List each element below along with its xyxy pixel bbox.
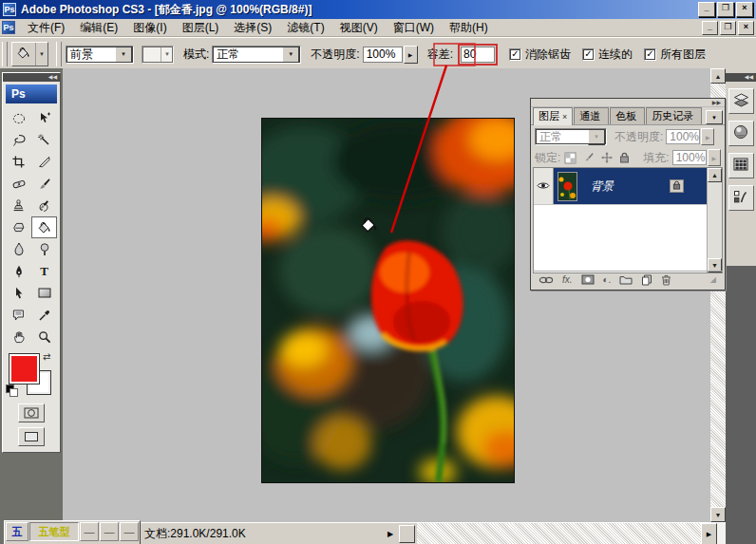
tab-history[interactable]: 历史记录 xyxy=(646,107,702,124)
contiguous[interactable]: ✓ xyxy=(582,48,595,61)
menu-select[interactable]: 选择(S) xyxy=(226,19,279,37)
dock-collapse-icon[interactable]: ◀◀ xyxy=(726,73,756,82)
link-icon[interactable] xyxy=(539,275,554,285)
tool-zoom[interactable] xyxy=(31,326,57,347)
scroll-up-icon[interactable]: ▲ xyxy=(710,68,726,84)
close-tab-icon[interactable]: × xyxy=(562,112,567,122)
scroll-right-icon[interactable]: ▶ xyxy=(701,523,717,544)
layer-opacity-value[interactable]: 100% xyxy=(666,129,700,144)
opacity-value[interactable]: 100% xyxy=(363,47,403,63)
menu-help[interactable]: 帮助(H) xyxy=(442,19,496,37)
all-layers[interactable]: ✓ xyxy=(644,48,656,61)
lock-transparency-icon[interactable] xyxy=(563,151,577,164)
mask-icon[interactable] xyxy=(581,274,595,285)
fill-source-dropdown[interactable]: 前景 ▼ xyxy=(66,46,134,64)
opacity-flyout-icon[interactable]: ▶ xyxy=(404,46,418,64)
tool-healing-brush[interactable] xyxy=(6,173,31,195)
menu-edit[interactable]: 编辑(E) xyxy=(72,19,125,37)
tool-clone-stamp[interactable] xyxy=(6,195,31,216)
tool-path-select[interactable] xyxy=(6,282,31,304)
scroll-up-icon[interactable]: ▲ xyxy=(708,168,722,182)
fill-value[interactable]: 100% xyxy=(672,150,707,165)
anti-alias[interactable]: ✓ xyxy=(509,48,521,61)
tool-eraser[interactable] xyxy=(6,216,31,238)
tab-swatches[interactable]: 色板 xyxy=(610,107,645,124)
layers-dock-button[interactable] xyxy=(728,88,754,114)
menu-image[interactable]: 图像(I) xyxy=(125,19,174,37)
tool-dodge[interactable] xyxy=(31,238,57,260)
tool-type[interactable]: T xyxy=(31,260,57,282)
tool-move[interactable] xyxy=(31,107,57,129)
layer-list-scroll-track[interactable]: ▼ xyxy=(707,204,722,272)
tool-magic-wand[interactable] xyxy=(31,129,57,151)
visibility-toggle[interactable] xyxy=(534,168,554,204)
trash-icon[interactable] xyxy=(661,274,671,286)
blend-mode-dropdown[interactable]: 正常 ▼ xyxy=(535,128,607,145)
screen-mode-button[interactable] xyxy=(18,427,45,446)
ime-option-button[interactable]: — xyxy=(100,522,119,541)
ps-logo[interactable]: Ps xyxy=(6,84,57,103)
chevron-down-icon[interactable]: ▼ xyxy=(588,129,605,145)
menu-filter[interactable]: 滤镜(T) xyxy=(279,19,331,37)
swap-colors-icon[interactable]: ⇄ xyxy=(43,351,50,362)
layer-row-background[interactable]: 背景 ▲ xyxy=(534,168,722,205)
doc-close-button[interactable]: × xyxy=(738,21,754,35)
document-image[interactable] xyxy=(261,118,515,483)
doc-minimize-button[interactable]: _ xyxy=(702,21,718,35)
tool-blur[interactable] xyxy=(6,238,31,260)
group-icon[interactable] xyxy=(619,274,633,285)
ime-option-button[interactable]: — xyxy=(120,522,139,541)
ime-logo-icon[interactable]: 五 xyxy=(6,522,28,541)
tool-pen[interactable] xyxy=(6,260,31,282)
tool-brush[interactable] xyxy=(31,173,57,195)
panel-menu-icon[interactable]: ▼ xyxy=(706,110,723,124)
color-dock-button[interactable] xyxy=(728,121,754,146)
lock-all-icon[interactable] xyxy=(617,151,632,164)
tool-paint-bucket[interactable] xyxy=(31,216,57,238)
tab-channels[interactable]: 通道 xyxy=(574,107,609,124)
chevron-down-icon[interactable]: ▼ xyxy=(282,47,299,63)
chevron-down-icon[interactable]: ▼ xyxy=(35,43,47,66)
horizontal-scroll-track[interactable] xyxy=(417,523,701,544)
menu-window[interactable]: 窗口(W) xyxy=(386,19,442,37)
ime-option-button[interactable]: — xyxy=(80,522,99,541)
mode-dropdown[interactable]: 正常 ▼ xyxy=(212,46,301,64)
tool-preset-picker[interactable]: ▼ xyxy=(11,42,48,66)
quick-mask-button[interactable] xyxy=(18,403,45,422)
layer-list-scrollbar[interactable]: ▲ xyxy=(707,168,722,204)
tool-notes[interactable] xyxy=(6,304,31,326)
tab-layers[interactable]: 图层× xyxy=(533,107,573,125)
adjustment-layer-icon[interactable]: ◐. xyxy=(603,274,612,285)
restore-button[interactable]: ❐ xyxy=(717,2,734,17)
swatches-dock-button[interactable] xyxy=(728,153,754,178)
tool-ellipse-marquee[interactable] xyxy=(6,107,31,129)
default-colors-icon[interactable] xyxy=(6,385,17,396)
tool-crop[interactable] xyxy=(6,151,31,173)
tolerance-input[interactable] xyxy=(461,47,495,63)
minimize-button[interactable]: _ xyxy=(698,2,715,17)
tool-eyedropper[interactable] xyxy=(31,304,57,326)
layer-style-icon[interactable]: fx. xyxy=(562,274,573,285)
foreground-color-swatch[interactable] xyxy=(9,354,39,384)
document-icon[interactable]: Ps xyxy=(2,21,15,34)
panel-resize-grip[interactable]: ◢ xyxy=(710,275,717,284)
status-extra-button[interactable] xyxy=(399,525,415,543)
scroll-down-icon[interactable]: ▼ xyxy=(710,507,726,522)
lock-position-icon[interactable] xyxy=(599,151,614,164)
tool-lasso[interactable] xyxy=(6,129,31,151)
menu-view[interactable]: 视图(V) xyxy=(332,19,386,37)
fill-flyout-icon[interactable]: ▶ xyxy=(708,149,721,166)
new-layer-icon[interactable] xyxy=(641,274,652,286)
layer-opacity-flyout-icon[interactable]: ▶ xyxy=(701,128,714,145)
toolbox-collapse-icon[interactable]: ◀◀ xyxy=(3,73,60,82)
tool-hand[interactable] xyxy=(6,326,31,347)
lock-pixels-icon[interactable] xyxy=(581,151,595,164)
ime-method-button[interactable]: 五笔型 xyxy=(29,522,79,541)
close-button[interactable]: × xyxy=(736,2,753,17)
tool-slice[interactable] xyxy=(31,151,57,173)
brushes-dock-button[interactable] xyxy=(728,185,754,211)
menu-file[interactable]: 文件(F) xyxy=(20,19,72,37)
tool-history-brush[interactable] xyxy=(31,195,57,216)
menu-layer[interactable]: 图层(L) xyxy=(175,19,227,37)
status-flyout-icon[interactable]: ▶ xyxy=(384,523,397,544)
